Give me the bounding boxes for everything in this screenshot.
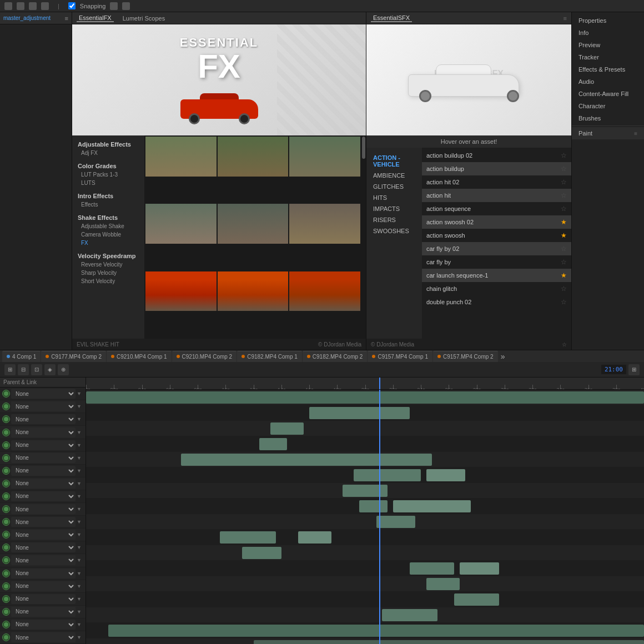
sfx-item-chain-glitch[interactable]: chain glitch ☆: [422, 282, 571, 295]
right-panel-content-aware[interactable]: Content-Aware Fill: [572, 88, 644, 100]
sfx-item-action-sequence[interactable]: action sequence ☆: [422, 202, 571, 215]
sfx-item-action-hit-02[interactable]: action hit 02 ☆: [422, 175, 571, 189]
sfx-item-car-fly-by[interactable]: car fly by ☆: [422, 255, 571, 269]
layer-select-15[interactable]: None: [11, 568, 76, 578]
track-clip-6-1[interactable]: [354, 469, 421, 481]
track-clip-9-1[interactable]: [376, 516, 415, 528]
efx-scrollbar[interactable]: [361, 135, 366, 339]
track-clip-10-2[interactable]: [298, 531, 331, 544]
track-clip-17-1[interactable]: [254, 640, 645, 644]
track-clip-6-2[interactable]: [426, 469, 465, 481]
sfx-item-action-swoosh-02[interactable]: action swoosh 02 ★: [422, 215, 571, 229]
sfx-cat-impacts[interactable]: IMPACTS: [369, 203, 420, 214]
toolbar-icon-4[interactable]: [41, 2, 49, 10]
tl-tool-5[interactable]: ⊕: [58, 364, 69, 375]
layer-select-11[interactable]: None: [11, 517, 76, 527]
efx-thumb-3[interactable]: [289, 137, 360, 177]
comp-tab-c9157-1[interactable]: C9157.MP4 Comp 1: [368, 351, 432, 362]
sfx-item-double-punch[interactable]: double punch 02 ☆: [422, 295, 571, 309]
sfx-star-double-punch[interactable]: ☆: [561, 298, 567, 306]
layer-select-4[interactable]: None: [11, 427, 76, 437]
efx-cat-reverse[interactable]: Reverse Velocity: [74, 260, 142, 269]
sfx-item-car-launch[interactable]: car launch sequence-1 ★: [422, 269, 571, 282]
efx-thumb-7[interactable]: [145, 271, 217, 311]
track-clip-8-2[interactable]: [393, 500, 471, 512]
track-clip-12-2[interactable]: [460, 562, 499, 575]
toolbar-icon-5[interactable]: [110, 2, 118, 10]
layer-toggle-15[interactable]: [2, 570, 10, 577]
right-panel-effects[interactable]: Effects & Presets: [572, 63, 644, 76]
sfx-star-chain-glitch[interactable]: ☆: [561, 285, 567, 293]
efx-thumb-1[interactable]: [145, 137, 217, 177]
layer-select-6[interactable]: None: [11, 453, 76, 463]
layer-select-18[interactable]: None: [11, 607, 76, 617]
layer-toggle-2[interactable]: [2, 402, 10, 410]
right-panel-gear-icon[interactable]: ≡: [634, 130, 637, 137]
efx-cat-shake[interactable]: Shake Effects: [74, 213, 142, 222]
layer-select-13[interactable]: None: [11, 542, 76, 552]
sfx-star-action-swoosh[interactable]: ★: [561, 232, 567, 239]
tl-tool-4[interactable]: ◈: [44, 364, 56, 375]
right-panel-properties[interactable]: Properties: [572, 14, 644, 27]
right-panel-tracker[interactable]: Tracker: [572, 51, 644, 63]
track-clip-4-1[interactable]: [259, 438, 287, 450]
comp-tab-c9182-2[interactable]: C9182.MP4 Comp 2: [303, 351, 368, 362]
comp-tab-c9210-1[interactable]: C9210.MP4 Comp 1: [107, 351, 172, 362]
sfx-star-car-fly-by[interactable]: ☆: [561, 258, 567, 266]
layer-select-12[interactable]: None: [11, 530, 76, 540]
tab-essentialfx[interactable]: EssentialFX: [77, 14, 114, 22]
sfx-cat-risers[interactable]: RISERS: [369, 214, 420, 225]
layer-select-8[interactable]: None: [11, 479, 76, 489]
sfx-item-action-swoosh[interactable]: action swoosh ★: [422, 229, 571, 242]
layer-select-19[interactable]: None: [11, 620, 76, 630]
efx-cat-adjustable[interactable]: Adjustable Effects: [74, 140, 142, 149]
tl-tool-3[interactable]: ⊡: [31, 364, 42, 375]
sfx-item-action-hit[interactable]: action hit ☆: [422, 189, 571, 202]
layer-toggle-10[interactable]: [2, 505, 10, 513]
sfx-item-action-buildup[interactable]: action buildup ☆: [422, 162, 571, 175]
layer-toggle-4[interactable]: [2, 429, 10, 436]
hamburger-icon[interactable]: ≡: [65, 15, 68, 22]
efx-cat-fx[interactable]: FX: [74, 239, 142, 247]
comp-tab-4comp1[interactable]: 4 Comp 1: [2, 351, 41, 362]
layer-toggle-11[interactable]: [2, 518, 10, 526]
toolbar-icon-3[interactable]: [29, 2, 37, 10]
tl-tool-6[interactable]: ⊞: [628, 364, 640, 375]
comp-tab-c9177-2[interactable]: C9177.MP4 Comp 2: [41, 351, 106, 362]
layer-toggle-6[interactable]: [2, 454, 10, 462]
layer-toggle-8[interactable]: [2, 480, 10, 487]
layer-toggle-19[interactable]: [2, 621, 10, 628]
track-clip-7-1[interactable]: [343, 485, 387, 497]
layer-select-1[interactable]: None: [11, 389, 76, 399]
efx-cat-wobble[interactable]: Camera Wobble: [74, 230, 142, 239]
efx-cat-color[interactable]: Color Grades: [74, 162, 142, 170]
efx-thumb-2[interactable]: [218, 137, 289, 177]
efx-cat-short[interactable]: Short Velocity: [74, 277, 142, 285]
sfx-cat-ambience[interactable]: AMBIENCE: [369, 170, 420, 181]
layer-toggle-13[interactable]: [2, 544, 10, 551]
right-panel-info[interactable]: Info: [572, 27, 644, 39]
right-panel-paint[interactable]: Paint ≡: [572, 127, 644, 139]
efx-thumb-6[interactable]: [289, 204, 360, 244]
layer-select-20[interactable]: None: [11, 632, 76, 642]
tab-essentialsfx[interactable]: EssentialSFX: [371, 14, 412, 22]
sfx-star-action-hit[interactable]: ☆: [561, 192, 567, 199]
efx-cat-luts[interactable]: LUTS: [74, 179, 142, 187]
sfx-star-icon[interactable]: ☆: [562, 341, 567, 348]
efx-cat-adjshake[interactable]: Adjustable Shake: [74, 222, 142, 230]
sfx-cat-hits[interactable]: HITS: [369, 192, 420, 203]
track-clip-8-1[interactable]: [359, 500, 387, 512]
comp-tab-c9157-2[interactable]: C9157.MP4 Comp 2: [433, 351, 498, 362]
sfx-item-action-buildup-02[interactable]: action buildup 02 ☆: [422, 149, 571, 162]
efx-thumb-5[interactable]: [218, 204, 289, 244]
track-clip-15-1[interactable]: [382, 609, 438, 621]
layer-select-3[interactable]: None: [11, 414, 76, 424]
layer-select-10[interactable]: None: [11, 504, 76, 514]
right-panel-preview[interactable]: Preview: [572, 39, 644, 51]
track-clip-10-1[interactable]: [220, 531, 276, 544]
layer-select-16[interactable]: None: [11, 581, 76, 591]
efx-thumb-9[interactable]: [289, 271, 360, 311]
sfx-menu-icon[interactable]: ≡: [564, 15, 567, 22]
comp-tab-c9210-2[interactable]: C9210.MP4 Comp 2: [172, 351, 237, 362]
layer-select-14[interactable]: None: [11, 555, 76, 565]
